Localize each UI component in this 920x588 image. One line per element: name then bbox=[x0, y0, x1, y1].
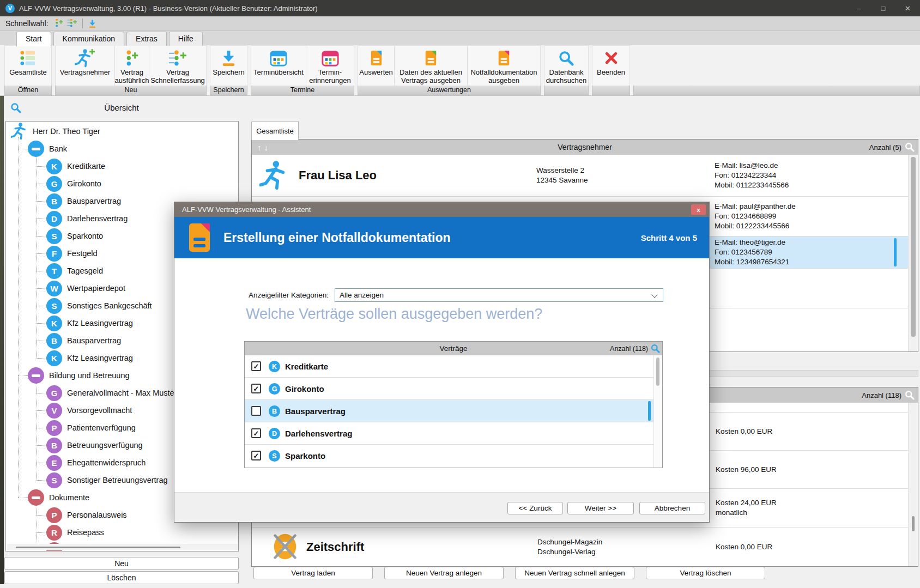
contract-scrollbar[interactable] bbox=[908, 403, 918, 566]
sort-up-icon[interactable]: ↑ bbox=[257, 143, 262, 152]
letter-badge: W bbox=[46, 281, 62, 296]
dialog-title: Erstellung einer Notfalldokumentation bbox=[223, 217, 451, 258]
button-label: Schnellerfassung bbox=[150, 76, 205, 84]
button-label: Speichern bbox=[213, 68, 245, 76]
gesamtliste-button[interactable]: Gesamtliste bbox=[5, 46, 51, 86]
tree-delete-button[interactable]: Löschen bbox=[4, 571, 239, 584]
search-icon bbox=[558, 48, 575, 68]
daten-ausgeben-button[interactable]: Daten des aktuellenVertrags ausgeben bbox=[394, 46, 467, 86]
tree-item-label: Patientenverfügung bbox=[67, 423, 136, 432]
button-label: Auswerten bbox=[359, 68, 392, 76]
dialog-row-bausparvertrag[interactable]: B Bausparvertrag bbox=[245, 400, 654, 422]
scrollbar-thumb[interactable] bbox=[911, 157, 916, 337]
close-button[interactable]: ✕ bbox=[895, 0, 920, 16]
tree-item-herr-dr-theo-tiger[interactable]: Herr Dr. Theo Tiger bbox=[6, 123, 239, 140]
letter-badge: K bbox=[46, 350, 62, 366]
letter-badge: P bbox=[46, 507, 62, 523]
search-icon[interactable] bbox=[650, 343, 661, 354]
wizard-question: Welche Verträge sollen ausgegeben werden… bbox=[246, 306, 542, 323]
contractor-scrollbar[interactable] bbox=[908, 155, 918, 351]
letter-badge: R bbox=[46, 525, 62, 541]
dialog-list-scrollbar[interactable] bbox=[653, 355, 662, 468]
document-green-corner-icon bbox=[422, 48, 440, 68]
beenden-button[interactable]: Beenden bbox=[592, 46, 630, 86]
neuen-vertrag-schnell-anlegen-button[interactable]: Neuen Vertrag schnell anlegen bbox=[515, 567, 634, 579]
letter-badge: B bbox=[46, 193, 62, 209]
count-badge: Anzahl (118) bbox=[862, 391, 901, 399]
collapse-icon[interactable] bbox=[28, 141, 44, 157]
group-label-oeffnen: Öffnen bbox=[4, 86, 52, 95]
sort-down-icon[interactable]: ↓ bbox=[264, 143, 269, 152]
checkbox[interactable]: ✓ bbox=[251, 451, 261, 460]
button-label: durchsuchen bbox=[546, 76, 586, 84]
tree-new-button[interactable]: Neu bbox=[4, 557, 239, 570]
category-filter-dropdown[interactable]: Alle anzeigen bbox=[335, 288, 663, 302]
checkbox[interactable]: ✓ bbox=[251, 428, 261, 438]
contract-cost: Kosten 0,00 EUR bbox=[716, 542, 772, 552]
new-contract-detailed-icon[interactable] bbox=[55, 19, 64, 28]
dialog-row-kreditkarte[interactable]: ✓ K Kreditkarte bbox=[245, 355, 654, 378]
tree-item-reisepass[interactable]: R Reisepass bbox=[6, 524, 239, 541]
tab-kommunikation[interactable]: Kommunikation bbox=[53, 32, 125, 46]
datenbank-durchsuchen-button[interactable]: Datenbankdurchsuchen bbox=[544, 46, 588, 86]
checkbox[interactable]: ✓ bbox=[251, 361, 261, 371]
auswerten-button[interactable]: Auswerten bbox=[358, 46, 394, 86]
list-icon bbox=[19, 48, 37, 68]
dialog-row-darlehensvertrag[interactable]: ✓ D Darlehensvertrag bbox=[245, 422, 654, 445]
contractor-list-header: ↑ ↓ Vertragsnehmer Anzahl (5) bbox=[252, 140, 918, 155]
window-title: ALF-VVW Vertragsverwaltung, 3.00 (R1) - … bbox=[19, 4, 318, 13]
scrollbar-thumb[interactable] bbox=[656, 357, 659, 386]
save-icon bbox=[220, 48, 238, 68]
contractor-row-lisa-leo[interactable]: Frau Lisa Leo Wasserstelle 2 12345 Savan… bbox=[252, 155, 909, 197]
checkbox[interactable]: ✓ bbox=[251, 384, 261, 393]
dialog-row-girokonto[interactable]: ✓ G Girokonto bbox=[245, 378, 654, 400]
letter-badge: G bbox=[46, 176, 62, 192]
chevron-down-icon bbox=[651, 292, 657, 298]
quick-access-bar: Schnellwahl: bbox=[0, 16, 920, 31]
row-label: Darlehensvertrag bbox=[285, 422, 352, 445]
dialog-header: Erstellung einer Notfalldokumentation Sc… bbox=[174, 217, 709, 258]
cancel-button[interactable]: Abbrechen bbox=[639, 502, 705, 514]
tree-item-label: Dokumente bbox=[49, 493, 89, 502]
vertrag-schnellerfassung-button[interactable]: VertragSchnellerfassung bbox=[149, 46, 206, 86]
tab-start[interactable]: Start bbox=[16, 32, 51, 46]
search-icon[interactable] bbox=[904, 142, 915, 153]
tree-item-bank[interactable]: Bank bbox=[6, 140, 239, 157]
tree-item-label: Sparkonto bbox=[67, 232, 103, 240]
ribbon-group-datenbank: Datenbankdurchsuchen bbox=[544, 45, 589, 95]
dialog-close-button[interactable]: x bbox=[691, 204, 706, 215]
vertrag-ausfuehrlich-button[interactable]: Vertragausführlich bbox=[114, 46, 149, 86]
tab-extras[interactable]: Extras bbox=[126, 32, 167, 46]
vertragsnehmer-button[interactable]: Vertragsnehmer bbox=[56, 46, 114, 86]
notfalldokumentation-button[interactable]: Notfalldokumentationausgeben bbox=[467, 46, 540, 86]
tree-horizontal-scrollbar[interactable] bbox=[7, 544, 238, 550]
contract-row-zeitschrift[interactable]: Zeitschrift Dschungel-Magazin Dschungel-… bbox=[252, 528, 909, 566]
back-button[interactable]: << Zurück bbox=[507, 502, 563, 514]
close-x-icon bbox=[603, 48, 620, 68]
neuen-vertrag-anlegen-button[interactable]: Neuen Vertrag anlegen bbox=[384, 567, 504, 579]
maximize-button[interactable]: □ bbox=[871, 0, 895, 16]
minimize-button[interactable]: – bbox=[846, 0, 871, 16]
tree-item-label: Reisepass bbox=[67, 528, 104, 537]
new-contract-quick-icon[interactable] bbox=[67, 19, 77, 28]
ribbon: Gesamtliste Öffnen Vertragsnehmer Vertra… bbox=[0, 45, 920, 96]
dialog-row-sparkonto[interactable]: ✓ S Sparkonto bbox=[245, 445, 654, 468]
vertrag-laden-button[interactable]: Vertrag laden bbox=[253, 567, 373, 579]
tab-gesamtliste[interactable]: Gesamtliste bbox=[251, 121, 299, 140]
tree-item-label: Bank bbox=[49, 144, 67, 153]
tab-hilfe[interactable]: Hilfe bbox=[169, 32, 203, 46]
next-button[interactable]: Weiter >> bbox=[567, 502, 634, 514]
vertrag-loeschen-button[interactable]: Vertrag löschen bbox=[646, 567, 765, 579]
collapse-icon[interactable] bbox=[28, 367, 44, 384]
tree-item-kreditkarte[interactable]: K Kreditkarte bbox=[6, 157, 239, 175]
scrollbar-thumb[interactable] bbox=[16, 547, 180, 548]
checkbox[interactable] bbox=[251, 406, 261, 416]
tree-item-girokonto[interactable]: G Girokonto bbox=[6, 175, 239, 192]
search-icon[interactable] bbox=[904, 390, 915, 401]
terminuebersicht-button[interactable]: Terminübersicht bbox=[251, 46, 306, 86]
terminerinnerungen-button[interactable]: Termin-erinnerungen bbox=[306, 46, 354, 86]
scrollbar-thumb[interactable] bbox=[912, 516, 915, 531]
collapse-icon[interactable] bbox=[28, 489, 44, 506]
save-quick-icon[interactable] bbox=[88, 19, 97, 28]
speichern-button[interactable]: Speichern bbox=[210, 46, 247, 86]
